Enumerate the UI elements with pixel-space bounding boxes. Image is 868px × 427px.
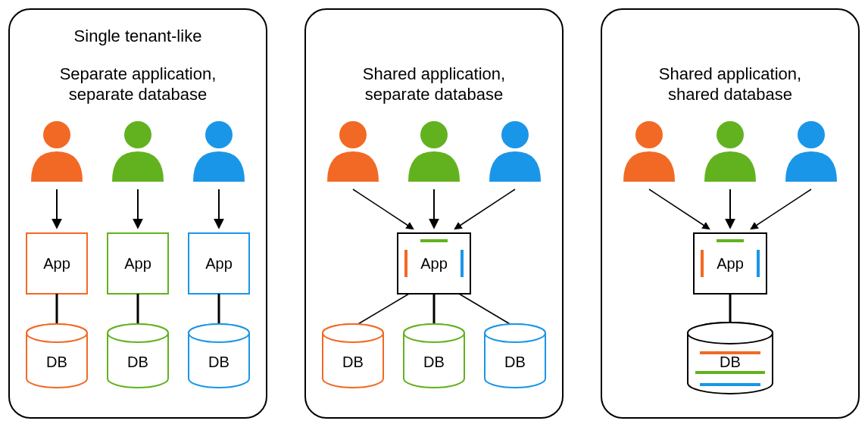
svg-point-19: [404, 324, 464, 342]
person-icon: [785, 121, 837, 182]
person-icon: [31, 121, 83, 182]
app-box: App: [27, 233, 87, 294]
panel-title-line2: Separate application,: [60, 64, 217, 83]
svg-point-24: [798, 121, 825, 148]
svg-point-14: [501, 121, 529, 148]
tenancy-diagram: Single tenant-like Separate application,…: [0, 0, 868, 427]
person-icon: [327, 121, 379, 182]
db-label: DB: [208, 354, 229, 370]
panel-title-line3: separate database: [365, 85, 503, 104]
app-box: App: [398, 233, 470, 294]
connector: [459, 294, 515, 327]
panel-shared-app-shared-db: Shared application, shared database App: [601, 9, 859, 418]
arrow: [455, 189, 515, 229]
panel-separate-app-separate-db: Single tenant-like Separate application,…: [9, 9, 267, 418]
app-box: App: [108, 233, 168, 294]
app-box: App: [189, 233, 249, 294]
app-label: App: [205, 255, 233, 272]
db-cylinder: DB: [189, 324, 249, 388]
svg-point-7: [27, 324, 87, 342]
panel-title-line1: Single tenant-like: [74, 26, 202, 45]
db-label: DB: [720, 354, 741, 370]
app-label: App: [717, 255, 744, 272]
svg-point-13: [420, 121, 448, 148]
db-label: DB: [127, 354, 148, 370]
db-cylinder: DB: [688, 323, 773, 394]
db-cylinder: DB: [323, 324, 383, 388]
connector: [353, 294, 409, 327]
db-cylinder: DB: [404, 324, 464, 388]
svg-point-27: [688, 323, 773, 344]
person-icon: [408, 121, 460, 182]
db-label: DB: [423, 354, 445, 370]
person-icon: [704, 121, 756, 182]
db-cylinder: DB: [27, 324, 87, 388]
panel-title-line3: separate database: [69, 85, 207, 104]
svg-point-9: [108, 324, 168, 342]
db-label: DB: [46, 354, 67, 370]
panel-title-line3: shared database: [668, 85, 792, 104]
person-icon: [112, 121, 164, 182]
arrow: [751, 189, 811, 229]
svg-point-0: [43, 121, 70, 148]
db-label: DB: [342, 354, 364, 370]
arrow: [649, 189, 709, 229]
svg-point-2: [205, 121, 233, 148]
db-cylinder: DB: [485, 324, 545, 388]
svg-point-12: [339, 121, 367, 148]
app-label: App: [420, 255, 448, 272]
db-cylinder: DB: [108, 324, 168, 388]
app-box: App: [694, 233, 767, 294]
svg-point-22: [635, 121, 663, 148]
svg-point-21: [485, 324, 545, 342]
svg-point-23: [717, 121, 744, 148]
person-icon: [623, 121, 675, 182]
db-label: DB: [504, 354, 526, 370]
person-icon: [489, 121, 541, 182]
person-icon: [193, 121, 245, 182]
svg-point-1: [124, 121, 151, 148]
arrow: [353, 189, 413, 229]
panel-title-line2: Shared application,: [363, 64, 505, 83]
svg-point-11: [189, 324, 249, 342]
svg-point-17: [323, 324, 383, 342]
app-label: App: [124, 255, 151, 272]
panel-title-line2: Shared application,: [659, 64, 801, 83]
panel-shared-app-separate-db: Shared application, separate database Ap…: [305, 9, 563, 418]
app-label: App: [43, 255, 70, 272]
